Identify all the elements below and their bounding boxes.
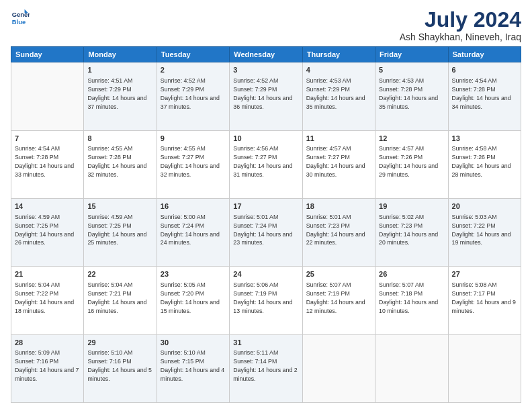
day-number: 11 bbox=[306, 134, 371, 144]
week-row-3: 14Sunrise: 4:59 AMSunset: 7:25 PMDayligh… bbox=[11, 198, 521, 266]
day-number: 8 bbox=[87, 134, 152, 144]
col-friday: Friday bbox=[375, 47, 448, 62]
calendar-cell: 16Sunrise: 5:00 AMSunset: 7:24 PMDayligh… bbox=[157, 198, 229, 266]
title-block: July 2024 Ash Shaykhan, Nineveh, Iraq bbox=[400, 8, 521, 42]
cell-text: Sunrise: 4:59 AMSunset: 7:25 PMDaylight:… bbox=[87, 214, 146, 246]
calendar-cell bbox=[11, 62, 84, 130]
calendar-cell bbox=[375, 334, 448, 402]
calendar-cell: 4Sunrise: 4:53 AMSunset: 7:29 PMDaylight… bbox=[302, 62, 375, 130]
cell-text: Sunrise: 4:57 AMSunset: 7:27 PMDaylight:… bbox=[306, 145, 365, 178]
cell-text: Sunrise: 4:57 AMSunset: 7:26 PMDaylight:… bbox=[379, 145, 438, 178]
col-wednesday: Wednesday bbox=[230, 47, 302, 62]
calendar-cell: 17Sunrise: 5:01 AMSunset: 7:24 PMDayligh… bbox=[230, 198, 302, 266]
day-number: 2 bbox=[161, 65, 226, 75]
cell-text: Sunrise: 5:10 AMSunset: 7:15 PMDaylight:… bbox=[161, 349, 224, 382]
day-number: 23 bbox=[161, 269, 226, 279]
cell-text: Sunrise: 5:10 AMSunset: 7:16 PMDaylight:… bbox=[87, 349, 151, 382]
day-number: 5 bbox=[379, 65, 444, 75]
month-year: July 2024 bbox=[400, 8, 521, 32]
location: Ash Shaykhan, Nineveh, Iraq bbox=[400, 32, 521, 42]
calendar-page: General Blue July 2024 Ash Shaykhan, Nin… bbox=[0, 0, 532, 411]
col-monday: Monday bbox=[84, 47, 157, 62]
calendar-cell: 6Sunrise: 4:54 AMSunset: 7:28 PMDaylight… bbox=[448, 62, 521, 130]
calendar-cell: 15Sunrise: 4:59 AMSunset: 7:25 PMDayligh… bbox=[84, 198, 157, 266]
calendar-cell bbox=[448, 334, 521, 402]
day-number: 18 bbox=[306, 201, 371, 212]
day-number: 7 bbox=[15, 134, 80, 144]
calendar-cell: 3Sunrise: 4:52 AMSunset: 7:29 PMDaylight… bbox=[230, 62, 302, 130]
day-number: 1 bbox=[87, 65, 152, 75]
col-thursday: Thursday bbox=[302, 47, 375, 62]
week-row-1: 1Sunrise: 4:51 AMSunset: 7:29 PMDaylight… bbox=[11, 62, 521, 130]
calendar-cell: 13Sunrise: 4:58 AMSunset: 7:26 PMDayligh… bbox=[448, 130, 521, 198]
cell-text: Sunrise: 4:54 AMSunset: 7:28 PMDaylight:… bbox=[15, 145, 74, 178]
day-number: 22 bbox=[87, 269, 152, 279]
day-number: 10 bbox=[233, 134, 298, 144]
calendar-cell: 21Sunrise: 5:04 AMSunset: 7:22 PMDayligh… bbox=[11, 267, 84, 334]
day-number: 3 bbox=[233, 65, 298, 75]
calendar-cell: 12Sunrise: 4:57 AMSunset: 7:26 PMDayligh… bbox=[375, 130, 448, 198]
calendar-cell: 31Sunrise: 5:11 AMSunset: 7:14 PMDayligh… bbox=[230, 334, 302, 402]
calendar-cell: 25Sunrise: 5:07 AMSunset: 7:19 PMDayligh… bbox=[302, 267, 375, 334]
day-number: 12 bbox=[379, 134, 444, 144]
calendar-cell: 1Sunrise: 4:51 AMSunset: 7:29 PMDaylight… bbox=[84, 62, 157, 130]
cell-text: Sunrise: 5:02 AMSunset: 7:23 PMDaylight:… bbox=[379, 214, 438, 246]
col-saturday: Saturday bbox=[448, 47, 521, 62]
day-number: 24 bbox=[233, 269, 298, 279]
calendar-cell: 24Sunrise: 5:06 AMSunset: 7:19 PMDayligh… bbox=[230, 267, 302, 334]
day-number: 31 bbox=[233, 338, 298, 348]
cell-text: Sunrise: 5:07 AMSunset: 7:18 PMDaylight:… bbox=[379, 281, 438, 314]
cell-text: Sunrise: 4:59 AMSunset: 7:25 PMDaylight:… bbox=[15, 214, 74, 246]
day-number: 27 bbox=[452, 269, 517, 279]
logo: General Blue bbox=[11, 8, 30, 27]
cell-text: Sunrise: 5:01 AMSunset: 7:23 PMDaylight:… bbox=[306, 214, 365, 246]
calendar-cell: 19Sunrise: 5:02 AMSunset: 7:23 PMDayligh… bbox=[375, 198, 448, 266]
cell-text: Sunrise: 5:06 AMSunset: 7:19 PMDaylight:… bbox=[233, 281, 292, 314]
day-number: 28 bbox=[15, 338, 80, 348]
cell-text: Sunrise: 5:11 AMSunset: 7:14 PMDaylight:… bbox=[233, 349, 297, 382]
cell-text: Sunrise: 5:00 AMSunset: 7:24 PMDaylight:… bbox=[161, 214, 220, 246]
calendar-cell: 20Sunrise: 5:03 AMSunset: 7:22 PMDayligh… bbox=[448, 198, 521, 266]
day-number: 13 bbox=[452, 134, 517, 144]
day-number: 4 bbox=[306, 65, 371, 75]
cell-text: Sunrise: 5:08 AMSunset: 7:17 PMDaylight:… bbox=[452, 281, 516, 314]
cell-text: Sunrise: 4:51 AMSunset: 7:29 PMDaylight:… bbox=[87, 77, 146, 110]
day-number: 29 bbox=[87, 338, 152, 348]
day-number: 21 bbox=[15, 269, 80, 279]
cell-text: Sunrise: 4:52 AMSunset: 7:29 PMDaylight:… bbox=[233, 77, 292, 110]
day-number: 25 bbox=[306, 269, 371, 279]
day-number: 30 bbox=[161, 338, 226, 348]
calendar-cell: 8Sunrise: 4:55 AMSunset: 7:28 PMDaylight… bbox=[84, 130, 157, 198]
calendar-table: Sunday Monday Tuesday Wednesday Thursday… bbox=[11, 46, 521, 403]
cell-text: Sunrise: 4:52 AMSunset: 7:29 PMDaylight:… bbox=[161, 77, 220, 110]
cell-text: Sunrise: 4:58 AMSunset: 7:26 PMDaylight:… bbox=[452, 145, 511, 178]
cell-text: Sunrise: 4:53 AMSunset: 7:28 PMDaylight:… bbox=[379, 77, 438, 110]
header-row: Sunday Monday Tuesday Wednesday Thursday… bbox=[11, 47, 521, 62]
calendar-cell: 5Sunrise: 4:53 AMSunset: 7:28 PMDaylight… bbox=[375, 62, 448, 130]
logo-icon: General Blue bbox=[11, 8, 30, 27]
calendar-cell: 26Sunrise: 5:07 AMSunset: 7:18 PMDayligh… bbox=[375, 267, 448, 334]
cell-text: Sunrise: 5:05 AMSunset: 7:20 PMDaylight:… bbox=[161, 281, 220, 314]
week-row-2: 7Sunrise: 4:54 AMSunset: 7:28 PMDaylight… bbox=[11, 130, 521, 198]
week-row-4: 21Sunrise: 5:04 AMSunset: 7:22 PMDayligh… bbox=[11, 267, 521, 334]
calendar-cell bbox=[302, 334, 375, 402]
calendar-cell: 22Sunrise: 5:04 AMSunset: 7:21 PMDayligh… bbox=[84, 267, 157, 334]
calendar-cell: 30Sunrise: 5:10 AMSunset: 7:15 PMDayligh… bbox=[157, 334, 229, 402]
calendar-cell: 28Sunrise: 5:09 AMSunset: 7:16 PMDayligh… bbox=[11, 334, 84, 402]
day-number: 6 bbox=[452, 65, 517, 75]
cell-text: Sunrise: 4:54 AMSunset: 7:28 PMDaylight:… bbox=[452, 77, 511, 110]
calendar-cell: 23Sunrise: 5:05 AMSunset: 7:20 PMDayligh… bbox=[157, 267, 229, 334]
calendar-cell: 10Sunrise: 4:56 AMSunset: 7:27 PMDayligh… bbox=[230, 130, 302, 198]
week-row-5: 28Sunrise: 5:09 AMSunset: 7:16 PMDayligh… bbox=[11, 334, 521, 402]
col-sunday: Sunday bbox=[11, 47, 84, 62]
day-number: 20 bbox=[452, 201, 517, 212]
cell-text: Sunrise: 5:07 AMSunset: 7:19 PMDaylight:… bbox=[306, 281, 365, 314]
calendar-cell: 18Sunrise: 5:01 AMSunset: 7:23 PMDayligh… bbox=[302, 198, 375, 266]
cell-text: Sunrise: 5:03 AMSunset: 7:22 PMDaylight:… bbox=[452, 214, 511, 246]
day-number: 9 bbox=[161, 134, 226, 144]
day-number: 17 bbox=[233, 201, 298, 212]
calendar-cell: 27Sunrise: 5:08 AMSunset: 7:17 PMDayligh… bbox=[448, 267, 521, 334]
cell-text: Sunrise: 4:55 AMSunset: 7:28 PMDaylight:… bbox=[87, 145, 146, 178]
cell-text: Sunrise: 5:09 AMSunset: 7:16 PMDaylight:… bbox=[15, 349, 79, 382]
calendar-cell: 14Sunrise: 4:59 AMSunset: 7:25 PMDayligh… bbox=[11, 198, 84, 266]
